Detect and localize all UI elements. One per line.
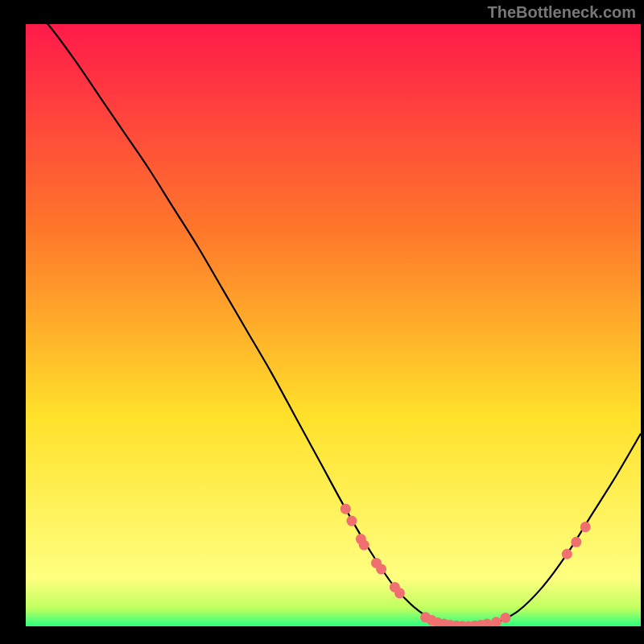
plot-area — [26, 24, 641, 626]
data-marker — [562, 549, 572, 559]
data-marker — [580, 522, 591, 532]
data-marker — [394, 588, 405, 598]
data-marker — [571, 537, 581, 547]
chart-svg — [26, 24, 641, 626]
watermark-text: TheBottleneck.com — [488, 3, 636, 22]
data-marker — [359, 540, 369, 551]
data-marker — [346, 516, 357, 526]
data-marker — [341, 504, 351, 514]
data-marker — [376, 564, 386, 574]
gradient-background — [26, 24, 641, 626]
data-marker — [500, 613, 510, 623]
chart-container: TheBottleneck.com — [0, 0, 644, 644]
